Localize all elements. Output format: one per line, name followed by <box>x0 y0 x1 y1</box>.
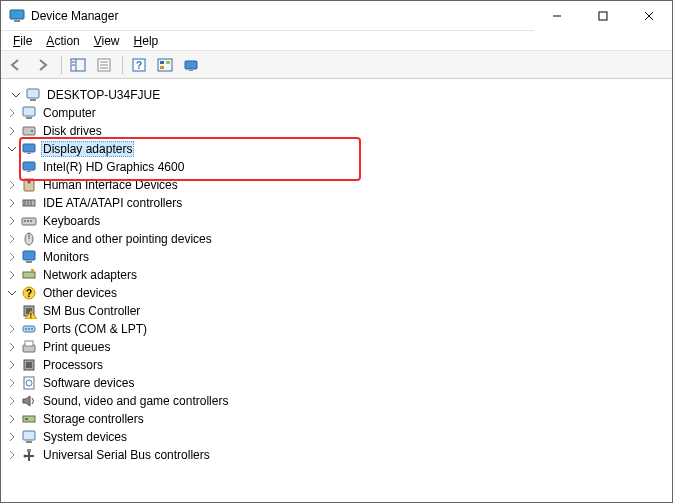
tree-category-node[interactable]: Keyboards <box>5 212 668 230</box>
svg-text:?: ? <box>26 288 32 299</box>
svg-rect-21 <box>189 70 193 71</box>
tree-category-node[interactable]: Network adapters <box>5 266 668 284</box>
category-icon <box>21 321 37 337</box>
tree-category-node[interactable]: Ports (COM & LPT) <box>5 320 668 338</box>
tree-item-label: Processors <box>41 358 105 372</box>
device-tree[interactable]: DESKTOP-U34FJUE ComputerDisk drivesDispl… <box>1 79 672 502</box>
app-icon <box>9 8 25 24</box>
tree-category-node[interactable]: Print queues <box>5 338 668 356</box>
tree-category-node[interactable]: IDE ATA/ATAPI controllers <box>5 194 668 212</box>
expander-icon[interactable] <box>9 88 23 102</box>
chevron-right-icon[interactable] <box>5 322 19 336</box>
chevron-right-icon[interactable] <box>5 124 19 138</box>
category-icon <box>21 447 37 463</box>
svg-rect-45 <box>26 261 32 263</box>
back-button[interactable] <box>5 54 29 76</box>
tree-category-node[interactable]: Software devices <box>5 374 668 392</box>
menu-file[interactable]: File <box>7 33 38 49</box>
svg-rect-64 <box>23 416 35 422</box>
tree-item-label: Human Interface Devices <box>41 178 180 192</box>
chevron-right-icon[interactable] <box>5 412 19 426</box>
maximize-button[interactable] <box>580 1 626 31</box>
chevron-right-icon[interactable] <box>5 214 19 228</box>
chevron-right-icon[interactable] <box>5 376 19 390</box>
category-icon <box>21 177 37 193</box>
category-icon: ? <box>21 285 37 301</box>
menu-view[interactable]: View <box>88 33 126 49</box>
chevron-right-icon[interactable] <box>5 394 19 408</box>
tree-item-label: Ports (COM & LPT) <box>41 322 149 336</box>
chevron-right-icon[interactable] <box>5 268 19 282</box>
tree-category-node[interactable]: ?Other devices!SM Bus Controller <box>5 284 668 320</box>
tree-item-label: Other devices <box>41 286 119 300</box>
svg-rect-16 <box>158 59 172 71</box>
category-icon <box>21 357 37 373</box>
show-hide-console-tree-button[interactable] <box>66 54 90 76</box>
svg-rect-26 <box>23 127 35 135</box>
minimize-button[interactable] <box>534 1 580 31</box>
toolbar: ? <box>1 51 672 79</box>
tree-item-label: Intel(R) HD Graphics 4600 <box>41 160 186 174</box>
chevron-right-icon[interactable] <box>5 430 19 444</box>
properties-button[interactable] <box>92 54 116 76</box>
chevron-right-icon[interactable] <box>5 232 19 246</box>
add-legacy-hardware-button[interactable] <box>179 54 203 76</box>
tree-category-node[interactable]: Processors <box>5 356 668 374</box>
svg-point-56 <box>28 328 30 330</box>
svg-rect-24 <box>23 107 35 116</box>
chevron-right-icon[interactable] <box>5 196 19 210</box>
svg-rect-44 <box>23 251 35 260</box>
tree-item-label: Software devices <box>41 376 136 390</box>
svg-rect-59 <box>25 341 33 346</box>
category-icon <box>21 429 37 445</box>
svg-point-33 <box>28 181 31 184</box>
tree-category-node[interactable]: Display adaptersIntel(R) HD Graphics 460… <box>5 140 668 176</box>
help-button[interactable]: ? <box>127 54 151 76</box>
menu-help[interactable]: Help <box>128 33 165 49</box>
tree-category-node[interactable]: Monitors <box>5 248 668 266</box>
tree-category-node[interactable]: System devices <box>5 428 668 446</box>
category-icon <box>21 411 37 427</box>
chevron-right-icon[interactable] <box>5 178 19 192</box>
category-icon <box>21 141 37 157</box>
category-icon <box>21 105 37 121</box>
tree-item-label: Monitors <box>41 250 91 264</box>
category-icon <box>21 213 37 229</box>
tree-category-node[interactable]: Sound, video and game controllers <box>5 392 668 410</box>
chevron-down-icon[interactable] <box>5 286 19 300</box>
svg-point-71 <box>24 455 27 458</box>
tree-root-node[interactable]: DESKTOP-U34FJUE ComputerDisk drivesDispl… <box>5 86 668 464</box>
svg-rect-39 <box>24 220 26 222</box>
chevron-right-icon[interactable] <box>5 106 19 120</box>
tree-category-node[interactable]: Computer <box>5 104 668 122</box>
tree-device-node[interactable]: !SM Bus Controller <box>5 302 668 320</box>
tree-device-node[interactable]: Intel(R) HD Graphics 4600 <box>5 158 668 176</box>
tree-category-node[interactable]: Human Interface Devices <box>5 176 668 194</box>
menu-action[interactable]: Action <box>40 33 85 49</box>
svg-rect-68 <box>27 449 31 452</box>
chevron-right-icon[interactable] <box>5 448 19 462</box>
tree-category-node[interactable]: Universal Serial Bus controllers <box>5 446 668 464</box>
chevron-right-icon[interactable] <box>5 340 19 354</box>
svg-rect-19 <box>160 66 164 69</box>
svg-rect-41 <box>30 220 32 222</box>
tree-item-label: Universal Serial Bus controllers <box>41 448 212 462</box>
tree-category-node[interactable]: Disk drives <box>5 122 668 140</box>
tree-item-label: Keyboards <box>41 214 102 228</box>
tree-category-node[interactable]: Mice and other pointing devices <box>5 230 668 248</box>
chevron-right-icon[interactable] <box>5 358 19 372</box>
titlebar: Device Manager <box>1 1 672 31</box>
category-icon <box>21 267 37 283</box>
chevron-right-icon[interactable] <box>5 250 19 264</box>
svg-rect-18 <box>166 61 170 64</box>
tree-category-node[interactable]: Storage controllers <box>5 410 668 428</box>
svg-rect-61 <box>26 362 32 368</box>
chevron-down-icon[interactable] <box>5 142 19 156</box>
svg-rect-3 <box>599 12 607 20</box>
forward-button[interactable] <box>31 54 55 76</box>
scan-hardware-button[interactable] <box>153 54 177 76</box>
window-title: Device Manager <box>31 9 118 23</box>
category-icon <box>21 249 37 265</box>
close-button[interactable] <box>626 1 672 31</box>
computer-icon <box>25 87 41 103</box>
